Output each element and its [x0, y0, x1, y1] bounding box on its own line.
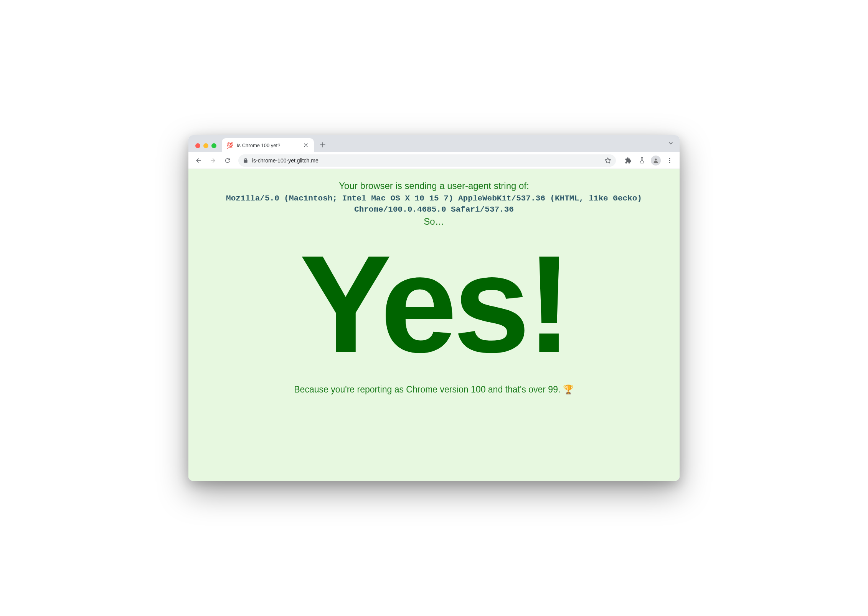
svg-point-3 — [669, 162, 670, 163]
tab-search-button[interactable] — [668, 141, 673, 146]
bookmark-button[interactable] — [604, 157, 611, 164]
lock-icon — [243, 158, 248, 163]
avatar-icon — [651, 156, 661, 166]
ua-intro-text: Your browser is sending a user-agent str… — [339, 180, 529, 191]
browser-tab[interactable]: 💯 Is Chrome 100 yet? — [222, 138, 314, 152]
page-content: Your browser is sending a user-agent str… — [188, 169, 680, 481]
so-text: So… — [424, 216, 444, 227]
address-bar[interactable]: is-chrome-100-yet.glitch.me — [238, 154, 616, 167]
minimize-window-button[interactable] — [203, 143, 208, 148]
url-text: is-chrome-100-yet.glitch.me — [252, 157, 601, 164]
user-agent-string: Mozilla/5.0 (Macintosh; Intel Mac OS X 1… — [208, 193, 660, 215]
reload-button[interactable] — [221, 154, 234, 167]
profile-button[interactable] — [650, 154, 662, 167]
forward-button[interactable] — [207, 154, 219, 167]
tab-favicon-icon: 💯 — [226, 142, 234, 148]
extensions-button[interactable] — [622, 154, 634, 167]
svg-point-2 — [669, 160, 670, 161]
tab-title: Is Chrome 100 yet? — [237, 142, 299, 148]
back-button[interactable] — [192, 154, 205, 167]
explanation-text: Because you're reporting as Chrome versi… — [294, 384, 574, 395]
close-window-button[interactable] — [195, 143, 200, 148]
window-controls — [192, 143, 219, 152]
toolbar: is-chrome-100-yet.glitch.me — [188, 152, 680, 169]
labs-button[interactable] — [636, 154, 648, 167]
svg-point-1 — [669, 158, 670, 159]
answer-heading: Yes! — [300, 235, 569, 373]
browser-window: 💯 Is Chrome 100 yet? is-chrome-100-y — [188, 135, 680, 481]
maximize-window-button[interactable] — [211, 143, 216, 148]
new-tab-button[interactable] — [317, 139, 328, 151]
svg-point-0 — [655, 158, 657, 160]
menu-button[interactable] — [663, 154, 676, 167]
close-tab-button[interactable] — [302, 142, 309, 149]
tab-strip: 💯 Is Chrome 100 yet? — [188, 135, 680, 152]
toolbar-right — [620, 154, 676, 167]
